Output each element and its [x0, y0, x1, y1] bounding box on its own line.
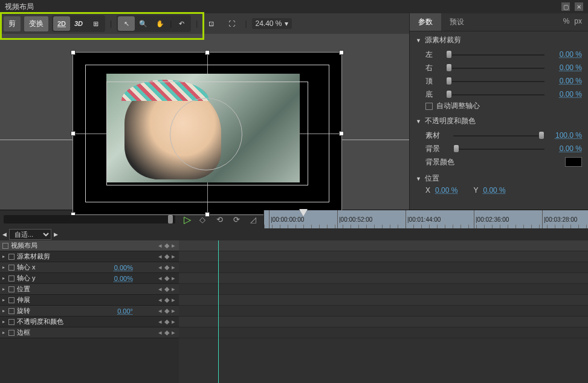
hand-icon[interactable]: ✋ — [152, 16, 169, 31]
material-slider[interactable] — [453, 131, 544, 140]
track-row[interactable]: ▸不透明度和颜色◂◆▸ — [0, 317, 179, 327]
keyframe-controls[interactable]: ◂◆▸ — [157, 329, 176, 336]
handle-r[interactable] — [339, 131, 344, 136]
crop-right-slider[interactable] — [446, 63, 544, 72]
track-row[interactable]: 视频布局◂◆▸ — [0, 240, 179, 251]
track-lane[interactable] — [179, 251, 588, 262]
tab-presets[interactable]: 预设 — [441, 13, 473, 31]
zoom-slider[interactable] — [4, 215, 175, 224]
track-checkbox[interactable] — [8, 297, 15, 303]
track-row[interactable]: ▸伸展◂◆▸ — [0, 295, 179, 306]
track-row[interactable]: ▸源素材裁剪◂◆▸ — [0, 251, 179, 262]
play-button[interactable]: ▷ — [184, 214, 191, 225]
tab-transform[interactable]: 变换 — [24, 16, 48, 31]
keyframe-controls[interactable]: ◂◆▸ — [157, 318, 176, 326]
track-checkbox[interactable] — [8, 319, 15, 325]
track-lane[interactable] — [179, 284, 588, 295]
chevron-right-icon[interactable]: ▶ — [54, 231, 58, 237]
chevron-left-icon[interactable]: ◀ — [2, 231, 7, 237]
track-checkbox[interactable] — [8, 265, 15, 271]
keyframe-controls[interactable]: ◂◆▸ — [157, 253, 176, 260]
material-value[interactable]: 100.0 % — [548, 131, 582, 140]
keyframe-controls[interactable]: ◂◆▸ — [157, 307, 176, 315]
keyframe-controls[interactable]: ◂◆▸ — [157, 285, 176, 293]
grid-icon[interactable]: ⊞ — [87, 16, 104, 31]
auto-pivot-checkbox[interactable] — [425, 103, 433, 110]
pos-x-value[interactable]: 0.00 % — [435, 186, 457, 195]
crop-right-value[interactable]: 0.00 % — [548, 63, 582, 72]
expand-icon[interactable]: ▸ — [2, 254, 8, 259]
expand-icon[interactable]: ▸ — [2, 308, 8, 314]
track-value[interactable]: 0.00% — [114, 264, 133, 271]
track-checkbox[interactable] — [8, 286, 15, 292]
expand-icon[interactable]: ▸ — [2, 275, 8, 281]
track-row[interactable]: ▸边框◂◆▸ — [0, 327, 179, 338]
expand-icon[interactable]: ▸ — [2, 297, 8, 303]
handle-b[interactable] — [205, 212, 210, 217]
keyframe-controls[interactable]: ◂◆▸ — [157, 242, 176, 249]
handle-l[interactable] — [71, 131, 76, 136]
bg-color-swatch[interactable] — [565, 157, 582, 167]
expand-icon[interactable]: ▸ — [2, 286, 8, 292]
zoom-dropdown[interactable]: 24.40 % ▾ — [252, 18, 292, 29]
fit-icon[interactable]: ⛶ — [223, 16, 240, 31]
unit-toggle[interactable]: % px — [557, 13, 588, 31]
track-lane[interactable] — [179, 240, 588, 251]
track-lane[interactable] — [179, 295, 588, 306]
crop-left-value[interactable]: 0.00 % — [548, 50, 582, 59]
next-key-icon[interactable]: ⟳ — [231, 214, 242, 225]
track-row[interactable]: ▸位置◂◆▸ — [0, 284, 179, 295]
track-lane[interactable] — [179, 327, 588, 338]
track-lane[interactable] — [179, 317, 588, 327]
track-lane[interactable] — [179, 306, 588, 317]
mode-3d-icon[interactable]: 3D — [70, 16, 87, 31]
guides-icon[interactable]: ⊡ — [202, 16, 219, 31]
track-lane[interactable] — [179, 262, 588, 273]
crop-top-slider[interactable] — [446, 77, 544, 85]
handle-tr[interactable] — [339, 50, 344, 55]
expand-icon[interactable]: ▸ — [2, 330, 8, 335]
track-row[interactable]: ▸轴心 x0.00%◂◆▸ — [0, 262, 179, 273]
track-row[interactable]: ▸轴心 y0.00%◂◆▸ — [0, 273, 179, 284]
fit-select[interactable]: 自适... — [9, 229, 51, 240]
handle-t[interactable] — [205, 50, 210, 55]
video-frame[interactable] — [73, 52, 342, 215]
magnify-icon[interactable]: 🔍 — [135, 16, 152, 31]
expand-icon[interactable]: ▸ — [2, 265, 8, 270]
opacity-header[interactable]: ▼不透明度和颜色 — [416, 116, 582, 126]
track-checkbox[interactable] — [8, 254, 15, 260]
crop-top-value[interactable]: 0.00 % — [548, 77, 582, 85]
track-value[interactable]: 0.00° — [117, 307, 133, 315]
auto-pivot-row[interactable]: 自动调整轴心 — [425, 101, 582, 111]
handle-tl[interactable] — [71, 50, 76, 55]
keyframe-controls[interactable]: ◂◆▸ — [157, 263, 176, 271]
undo-icon[interactable]: ↶ — [173, 16, 190, 31]
timeline-ruler[interactable]: |00:00:00:00|00:00:52:00|00:01:44:00|00:… — [263, 210, 588, 228]
crop-left-slider[interactable] — [446, 50, 544, 59]
expand-icon[interactable]: ▸ — [2, 319, 8, 324]
maximize-icon[interactable]: ▢ — [561, 2, 570, 11]
graph-icon[interactable]: ◿ — [248, 214, 259, 225]
crop-bottom-value[interactable]: 0.00 % — [548, 90, 582, 98]
track-value[interactable]: 0.00% — [114, 275, 133, 282]
track-checkbox[interactable] — [8, 275, 15, 282]
tab-crop[interactable]: 剪 — [4, 16, 21, 31]
mode-2d-icon[interactable]: 2D — [53, 16, 70, 31]
canvas-viewport[interactable] — [0, 34, 409, 209]
track-checkbox[interactable] — [8, 330, 15, 336]
bg-slider[interactable] — [453, 144, 544, 153]
track-checkbox[interactable] — [8, 308, 15, 314]
prev-key-icon[interactable]: ⟲ — [214, 214, 225, 225]
tab-params[interactable]: 参数 — [410, 13, 441, 31]
keyframe-controls[interactable]: ◂◆▸ — [157, 274, 176, 282]
pos-y-value[interactable]: 0.00 % — [483, 186, 505, 195]
playhead-line[interactable] — [218, 240, 219, 383]
track-lane[interactable] — [179, 273, 588, 284]
position-header[interactable]: ▼位置 — [416, 173, 582, 184]
crop-bottom-slider[interactable] — [446, 90, 544, 98]
close-icon[interactable]: ✕ — [575, 2, 583, 11]
bg-value[interactable]: 0.00 % — [548, 144, 582, 153]
keyframe-controls[interactable]: ◂◆▸ — [157, 296, 176, 304]
track-lanes[interactable] — [179, 240, 588, 383]
arrow-icon[interactable]: ↖ — [118, 16, 135, 31]
